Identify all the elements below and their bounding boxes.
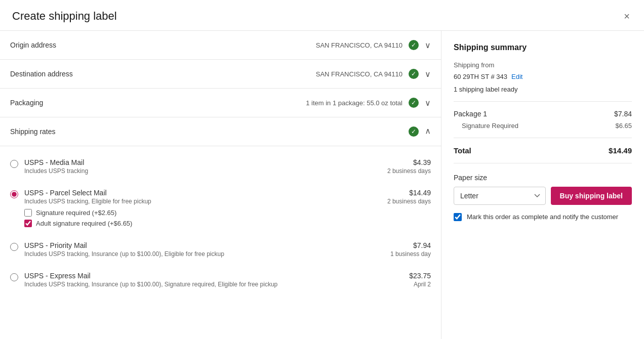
shipping-rates-right: ✓ ∨: [409, 126, 431, 137]
rate-radio-media-mail[interactable]: [10, 160, 18, 168]
packaging-value: 1 item in 1 package: 55.0 oz total: [306, 99, 402, 107]
rate-amount-express-mail: $23.75: [409, 272, 431, 280]
packaging-right: 1 item in 1 package: 55.0 oz total ✓ ∨: [306, 98, 431, 108]
destination-check-icon: ✓: [409, 69, 419, 79]
rate-info-priority-mail: USPS - Priority Mail Includes USPS track…: [24, 241, 384, 258]
signature-price: $6.65: [615, 122, 632, 130]
rate-days-express-mail: April 2: [409, 281, 431, 288]
rate-item-express-mail: USPS - Express Mail Includes USPS tracki…: [0, 265, 441, 295]
divider-2: [454, 138, 632, 138]
rate-radio-parcel-select[interactable]: [10, 190, 18, 198]
shipping-rates-chevron-icon: ∨: [425, 127, 431, 137]
packaging-check-icon: ✓: [409, 98, 419, 108]
adult-sig-label: Adult signature required (+$6.65): [36, 220, 132, 227]
destination-right: SAN FRANCISCO, CA 94110 ✓ ∨: [316, 69, 431, 79]
rate-price-parcel-select: $14.49 2 business days: [387, 189, 431, 205]
rate-price-priority-mail: $7.94 1 business day: [390, 241, 431, 258]
destination-header[interactable]: Destination address SAN FRANCISCO, CA 94…: [0, 60, 441, 88]
paper-size-select[interactable]: Letter 4x6: [454, 187, 546, 205]
origin-value: SAN FRANCISCO, CA 94110: [316, 41, 402, 49]
rate-options-parcel-select: Signature required (+$2.65) Adult signat…: [24, 209, 381, 227]
destination-chevron-icon: ∨: [425, 69, 431, 79]
buy-shipping-label-button[interactable]: Buy shipping label: [551, 187, 632, 205]
destination-value: SAN FRANCISCO, CA 94110: [316, 70, 402, 78]
rate-item-parcel-select: USPS - Parcel Select Mail Includes USPS …: [0, 182, 441, 234]
shipping-rates-check-icon: ✓: [409, 126, 419, 137]
total-row: Total $14.49: [454, 146, 632, 155]
checkbox-sig-required[interactable]: [24, 209, 32, 217]
paper-size-label: Paper size: [454, 174, 632, 182]
edit-link[interactable]: Edit: [511, 73, 522, 80]
rate-radio-priority-mail[interactable]: [10, 243, 18, 251]
rate-item-media-mail: USPS - Media Mail Includes USPS tracking…: [0, 151, 441, 182]
packaging-label: Packaging: [10, 99, 43, 107]
packaging-header[interactable]: Packaging 1 item in 1 package: 55.0 oz t…: [0, 89, 441, 117]
rate-option-sig-required[interactable]: Signature required (+$2.65): [24, 209, 381, 217]
rate-name-media-mail: USPS - Media Mail: [24, 158, 381, 166]
origin-right: SAN FRANCISCO, CA 94110 ✓ ∨: [316, 40, 431, 50]
rate-desc-priority-mail: Includes USPS tracking, Insurance (up to…: [24, 250, 384, 258]
summary-title: Shipping summary: [454, 43, 632, 52]
rate-desc-parcel-select: Includes USPS tracking, Eligible for fre…: [24, 198, 381, 205]
signature-row: Signature Required $6.65: [454, 122, 632, 130]
package-label: Package 1: [454, 110, 487, 118]
modal-body: Origin address SAN FRANCISCO, CA 94110 ✓…: [0, 31, 644, 339]
rate-info-parcel-select: USPS - Parcel Select Mail Includes USPS …: [24, 189, 381, 227]
rate-amount-priority-mail: $7.94: [390, 241, 431, 249]
destination-accordion: Destination address SAN FRANCISCO, CA 94…: [0, 60, 441, 89]
ready-text: 1 shipping label ready: [454, 86, 632, 93]
checkbox-adult-sig[interactable]: [24, 220, 32, 227]
modal-title: Create shipping label: [12, 10, 117, 23]
notify-label: Mark this order as complete and notify t…: [467, 213, 618, 221]
divider-1: [454, 101, 632, 102]
modal-header: Create shipping label ×: [0, 0, 644, 31]
origin-check-icon: ✓: [409, 40, 419, 50]
summary-from-address-row: 60 29TH ST # 343 Edit: [454, 73, 632, 80]
left-panel: Origin address SAN FRANCISCO, CA 94110 ✓…: [0, 31, 441, 339]
rate-radio-express-mail[interactable]: [10, 273, 18, 281]
rate-days-media-mail: 2 business days: [387, 167, 431, 175]
origin-accordion: Origin address SAN FRANCISCO, CA 94110 ✓…: [0, 31, 441, 60]
summary-from-label: Shipping from: [454, 60, 632, 71]
notify-row: Mark this order as complete and notify t…: [454, 213, 632, 221]
origin-label: Origin address: [10, 41, 56, 49]
paper-size-section: Paper size Letter 4x6 Buy shipping label: [454, 174, 632, 205]
rate-list: USPS - Media Mail Includes USPS tracking…: [0, 146, 441, 300]
paper-size-controls: Letter 4x6 Buy shipping label: [454, 187, 632, 205]
shipping-rates-label: Shipping rates: [10, 128, 56, 136]
rate-name-express-mail: USPS - Express Mail: [24, 272, 403, 280]
sig-required-label: Signature required (+$2.65): [36, 209, 116, 217]
rate-option-adult-sig[interactable]: Adult signature required (+$6.65): [24, 220, 381, 227]
rate-name-parcel-select: USPS - Parcel Select Mail: [24, 189, 381, 197]
packaging-accordion: Packaging 1 item in 1 package: 55.0 oz t…: [0, 89, 441, 117]
shipping-rates-header[interactable]: Shipping rates ✓ ∨: [0, 117, 441, 146]
signature-label: Signature Required: [462, 122, 518, 130]
rate-desc-express-mail: Includes USPS tracking, Insurance (up to…: [24, 281, 403, 288]
rate-item-priority-mail: USPS - Priority Mail Includes USPS track…: [0, 234, 441, 265]
origin-header[interactable]: Origin address SAN FRANCISCO, CA 94110 ✓…: [0, 31, 441, 59]
summary-from-address: 60 29TH ST # 343: [454, 73, 507, 80]
package-price: $7.84: [614, 110, 632, 118]
destination-label: Destination address: [10, 70, 73, 78]
rate-price-media-mail: $4.39 2 business days: [387, 158, 431, 175]
package-row: Package 1 $7.84: [454, 110, 632, 118]
rate-days-priority-mail: 1 business day: [390, 250, 431, 258]
packaging-chevron-icon: ∨: [425, 98, 431, 108]
notify-checkbox[interactable]: [454, 213, 462, 221]
rate-amount-media-mail: $4.39: [387, 158, 431, 166]
origin-chevron-icon: ∨: [425, 40, 431, 50]
rate-desc-media-mail: Includes USPS tracking: [24, 167, 381, 175]
total-price: $14.49: [609, 146, 632, 155]
close-button[interactable]: ×: [622, 9, 632, 23]
rate-price-express-mail: $23.75 April 2: [409, 272, 431, 288]
rate-amount-parcel-select: $14.49: [387, 189, 431, 197]
rate-name-priority-mail: USPS - Priority Mail: [24, 241, 384, 249]
rate-info-media-mail: USPS - Media Mail Includes USPS tracking: [24, 158, 381, 175]
total-label: Total: [454, 146, 471, 155]
rate-info-express-mail: USPS - Express Mail Includes USPS tracki…: [24, 272, 403, 288]
right-panel: Shipping summary Shipping from 60 29TH S…: [441, 31, 644, 339]
rate-days-parcel-select: 2 business days: [387, 198, 431, 205]
divider-3: [454, 163, 632, 163]
